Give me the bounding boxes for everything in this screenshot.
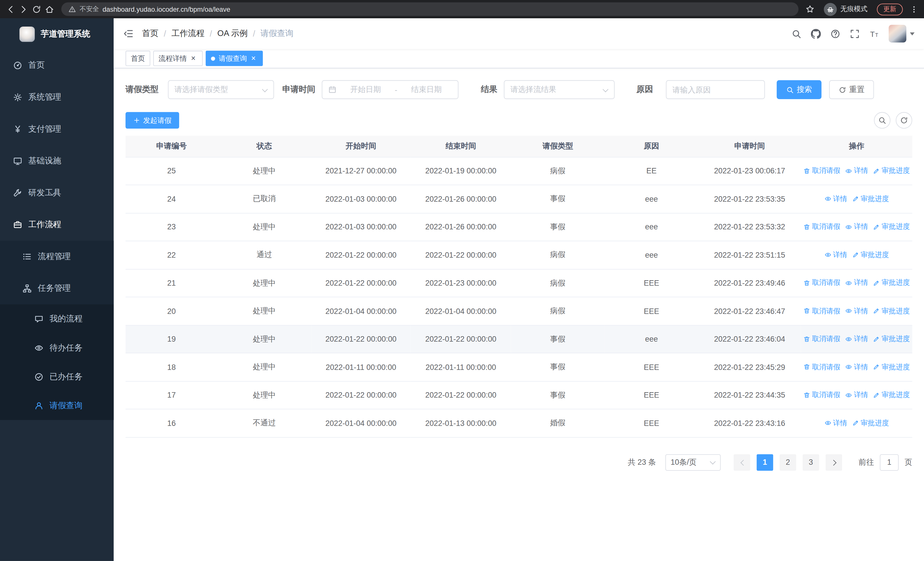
header-search-icon[interactable] xyxy=(791,29,801,39)
apply-time-range-picker[interactable]: 开始日期 - 结束日期 xyxy=(322,80,459,99)
sidebar-toggle-icon[interactable] xyxy=(123,28,134,39)
tab-home[interactable]: 首页 xyxy=(126,51,150,66)
progress-action[interactable]: 审批进度 xyxy=(852,418,889,428)
goto-page-input[interactable] xyxy=(880,454,898,471)
browser-home-icon[interactable] xyxy=(45,4,54,14)
refresh-icon xyxy=(900,116,908,125)
detail-action[interactable]: 详情 xyxy=(845,306,868,316)
sidebar-item-home[interactable]: 首页 xyxy=(0,50,114,81)
tab-leave-query[interactable]: 请假查询× xyxy=(206,51,263,66)
refresh-table-button[interactable] xyxy=(896,112,912,129)
chevron-left-icon xyxy=(740,460,744,465)
sidebar-item-todo-tasks[interactable]: 待办任务 xyxy=(0,333,114,362)
reset-button-label: 重置 xyxy=(849,84,865,95)
url-bar[interactable]: 不安全 dashboard.yudao.iocoder.cn/bpm/oa/le… xyxy=(62,2,798,16)
leave-type-select[interactable]: 请选择请假类型 xyxy=(168,80,274,99)
page-size-select[interactable]: 10条/页 xyxy=(665,454,720,471)
toggle-search-button[interactable] xyxy=(874,112,891,129)
detail-action[interactable]: 详情 xyxy=(845,334,868,344)
create-leave-button[interactable]: 发起请假 xyxy=(126,112,179,129)
result-label: 结果 xyxy=(481,84,497,95)
page-button-3[interactable]: 3 xyxy=(803,454,819,471)
progress-action[interactable]: 审批进度 xyxy=(873,166,910,176)
close-icon[interactable]: × xyxy=(249,54,258,63)
detail-action[interactable]: 详情 xyxy=(824,418,847,428)
search-button[interactable]: 搜索 xyxy=(777,80,822,99)
sidebar-item-devtools[interactable]: 研发工具 xyxy=(0,177,114,209)
eye-icon xyxy=(34,343,44,352)
cell-end_time: 2022-01-22 00:00:00 xyxy=(411,325,511,353)
bookmark-star-icon[interactable] xyxy=(806,5,814,14)
fullscreen-icon[interactable] xyxy=(850,29,860,39)
next-page-button[interactable] xyxy=(825,454,842,471)
sidebar-item-my-process[interactable]: 我的流程 xyxy=(0,304,114,333)
view-icon xyxy=(845,167,852,174)
progress-action[interactable]: 审批进度 xyxy=(852,194,889,204)
progress-action[interactable]: 审批进度 xyxy=(873,334,910,344)
browser-back-icon[interactable] xyxy=(6,4,15,14)
progress-action[interactable]: 审批进度 xyxy=(852,250,889,260)
progress-action[interactable]: 审批进度 xyxy=(873,278,910,288)
cell-status: 处理中 xyxy=(218,297,311,325)
page-button-1[interactable]: 1 xyxy=(757,454,773,471)
cancel-action[interactable]: 取消请假 xyxy=(803,222,840,232)
progress-action[interactable]: 审批进度 xyxy=(873,362,910,372)
sidebar-item-task-mgmt[interactable]: 任务管理 xyxy=(0,272,114,304)
progress-action[interactable]: 审批进度 xyxy=(873,390,910,400)
font-size-icon[interactable]: TT xyxy=(869,29,879,39)
detail-action[interactable]: 详情 xyxy=(824,194,847,204)
sidebar-item-done-tasks[interactable]: 已办任务 xyxy=(0,362,114,391)
github-icon[interactable] xyxy=(811,29,821,39)
logo-image xyxy=(20,26,35,42)
result-select[interactable]: 请选择流结果 xyxy=(504,80,615,99)
detail-action[interactable]: 详情 xyxy=(845,390,868,400)
reset-button[interactable]: 重置 xyxy=(829,80,874,99)
view-icon xyxy=(845,364,852,371)
security-label: 不安全 xyxy=(80,5,99,14)
sidebar-item-leave-query[interactable]: 请假查询 xyxy=(0,391,114,420)
cell-start_time: 2022-01-22 00:00:00 xyxy=(311,381,411,409)
app-logo[interactable]: 芋道管理系统 xyxy=(0,18,114,50)
detail-action[interactable]: 详情 xyxy=(845,166,868,176)
browser-forward-icon[interactable] xyxy=(19,4,28,14)
cancel-action[interactable]: 取消请假 xyxy=(803,362,840,372)
detail-action[interactable]: 详情 xyxy=(845,362,868,372)
detail-action[interactable]: 详情 xyxy=(845,278,868,288)
breadcrumb-item[interactable]: 首页 xyxy=(142,28,159,39)
progress-action[interactable]: 审批进度 xyxy=(873,306,910,316)
browser-menu-icon[interactable] xyxy=(910,5,918,14)
detail-action[interactable]: 详情 xyxy=(824,250,847,260)
close-icon[interactable]: × xyxy=(189,54,198,63)
breadcrumb-item[interactable]: 工作流程 xyxy=(171,28,205,39)
cancel-action[interactable]: 取消请假 xyxy=(803,306,840,316)
page-button-2[interactable]: 2 xyxy=(780,454,796,471)
check-circle-icon xyxy=(34,372,44,381)
action-label: 详情 xyxy=(854,362,868,372)
sidebar-item-label: 请假查询 xyxy=(50,400,82,411)
cancel-action[interactable]: 取消请假 xyxy=(803,390,840,400)
sidebar-item-infrastructure[interactable]: 基础设施 xyxy=(0,145,114,177)
breadcrumb-item[interactable]: OA 示例 xyxy=(218,28,248,39)
cell-apply_time: 2022-01-22 23:53:32 xyxy=(698,213,801,241)
browser-update-button[interactable]: 更新 xyxy=(877,3,903,15)
reason-input[interactable] xyxy=(666,80,765,99)
cell-status: 处理中 xyxy=(218,213,311,241)
user-avatar[interactable] xyxy=(889,25,915,42)
sidebar-item-process-mgmt[interactable]: 流程管理 xyxy=(0,241,114,273)
incognito-label: 无痕模式 xyxy=(840,5,867,14)
action-label: 详情 xyxy=(854,278,868,288)
help-icon[interactable] xyxy=(830,29,840,39)
tab-process-detail[interactable]: 流程详情× xyxy=(153,51,202,66)
sidebar-item-system[interactable]: 系统管理 xyxy=(0,81,114,113)
cancel-action[interactable]: 取消请假 xyxy=(803,278,840,288)
browser-reload-icon[interactable] xyxy=(32,4,41,14)
cancel-action[interactable]: 取消请假 xyxy=(803,166,840,176)
progress-action[interactable]: 审批进度 xyxy=(873,222,910,232)
sidebar-item-workflow[interactable]: 工作流程 xyxy=(0,209,114,241)
cancel-action[interactable]: 取消请假 xyxy=(803,334,840,344)
view-icon xyxy=(845,307,852,314)
table-row: 24已取消2022-01-03 00:00:002022-01-26 00:00… xyxy=(126,185,912,213)
sidebar-item-payment[interactable]: 支付管理 xyxy=(0,113,114,145)
prev-page-button[interactable] xyxy=(734,454,750,471)
detail-action[interactable]: 详情 xyxy=(845,222,868,232)
